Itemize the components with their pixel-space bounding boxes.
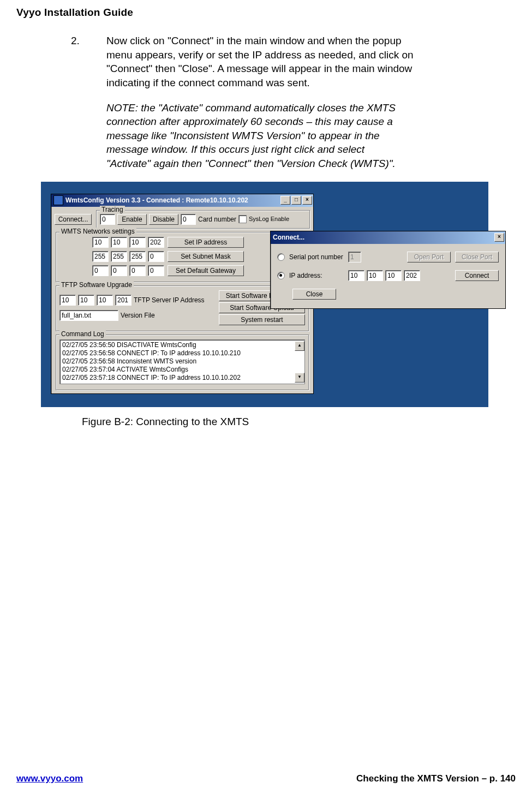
connect-titlebar[interactable]: Connect... × — [271, 231, 505, 244]
tracing-field-2[interactable] — [181, 214, 196, 225]
gw-octet-4[interactable] — [148, 265, 164, 276]
dlg-ip-2[interactable] — [367, 270, 383, 281]
card-number-label: Card number — [198, 216, 236, 223]
close-icon[interactable]: × — [302, 196, 312, 205]
figure-b2: WmtsConfig Version 3.3 - Connected : Rem… — [41, 182, 516, 428]
mask-octet-2[interactable] — [111, 251, 127, 262]
set-gateway-button[interactable]: Set Default Gateway — [168, 265, 244, 276]
serial-port-field — [348, 252, 361, 262]
connect-button[interactable]: Connect... — [55, 214, 92, 225]
set-subnet-button[interactable]: Set Subnet Mask — [168, 251, 244, 262]
close-icon[interactable]: × — [494, 233, 504, 242]
disable-button[interactable]: Disable — [149, 214, 178, 225]
ip-octet-1[interactable] — [92, 237, 109, 248]
minimize-icon[interactable]: _ — [280, 196, 290, 205]
mask-octet-3[interactable] — [129, 251, 146, 262]
gw-octet-3[interactable] — [129, 265, 146, 276]
log-line: 02/27/05 23:56:50 DISACTIVATE WmtsConfig — [62, 341, 302, 349]
maximize-icon[interactable]: □ — [291, 196, 301, 205]
log-line: 02/27/05 23:56:58 Inconsistent WMTS vers… — [62, 357, 302, 366]
footer-url[interactable]: www.vyyo.com — [16, 773, 83, 784]
ip-octet-2[interactable] — [111, 237, 127, 248]
figure-caption: Figure B-2: Connecting to the XMTS — [82, 416, 516, 428]
dlg-ip-4[interactable] — [404, 270, 420, 281]
document-title: Vyyo Installation Guide — [16, 7, 516, 19]
window-title: WmtsConfig Version 3.3 - Connected : Rem… — [65, 196, 280, 204]
step-number: 2. — [71, 34, 106, 90]
networks-group-label: WMTS Networks settings — [59, 228, 136, 235]
serial-radio[interactable] — [277, 253, 285, 261]
step-text: Now click on "Connect" in the main windo… — [106, 34, 420, 90]
note-text: NOTE: the "Activate" command automatical… — [106, 101, 396, 171]
enable-button[interactable]: Enable — [117, 214, 147, 225]
serial-label: Serial port number — [289, 253, 344, 261]
mask-octet-4[interactable] — [148, 251, 164, 262]
mask-octet-1[interactable] — [92, 251, 109, 262]
desktop-background: WmtsConfig Version 3.3 - Connected : Rem… — [41, 182, 488, 407]
open-port-button: Open Port — [407, 252, 451, 262]
log-line: 02/27/05 23:57:18 CONNECT IP: To IP addr… — [62, 374, 302, 382]
ip-label: IP address: — [289, 272, 344, 279]
tftp-ip-4[interactable] — [115, 295, 131, 306]
log-line: 02/27/05 23:56:58 CONNECT IP: To IP addr… — [62, 349, 302, 357]
command-log-label: Command Log — [59, 330, 106, 338]
tracing-group-label: Tracing — [100, 206, 125, 213]
connect-title: Connect... — [273, 234, 494, 241]
scroll-down-icon[interactable]: ▼ — [295, 373, 304, 383]
gw-octet-1[interactable] — [92, 265, 109, 276]
tftp-group-label: TFTP Software Upgrade — [59, 281, 134, 289]
version-file-field[interactable] — [59, 310, 118, 321]
gw-octet-2[interactable] — [111, 265, 127, 276]
scrollbar[interactable]: ▲ ▼ — [295, 341, 303, 383]
titlebar[interactable]: WmtsConfig Version 3.3 - Connected : Rem… — [51, 194, 313, 207]
connect-dialog-connect-button[interactable]: Connect — [455, 270, 499, 281]
step-2: 2. Now click on "Connect" in the main wi… — [71, 34, 420, 90]
connect-dialog: Connect... × Serial port number Open Por… — [270, 231, 506, 309]
card-number-checkbox[interactable] — [238, 215, 247, 223]
tracing-field-1[interactable] — [100, 214, 115, 225]
version-file-label: Version File — [121, 312, 155, 319]
tftp-ip-3[interactable] — [97, 295, 113, 306]
tftp-server-label: TFTP Server IP Address — [134, 296, 205, 304]
ip-octet-3[interactable] — [129, 237, 146, 248]
close-port-button: Close Port — [455, 252, 499, 262]
command-log[interactable]: 02/27/05 23:56:50 DISACTIVATE WmtsConfig… — [59, 339, 305, 384]
dlg-ip-1[interactable] — [348, 270, 364, 281]
log-line: 02/27/05 23:57:04 ACTIVATE WmtsConfigs — [62, 366, 302, 374]
ip-octet-4[interactable] — [148, 237, 164, 248]
tftp-ip-2[interactable] — [78, 295, 94, 306]
ip-radio[interactable] — [277, 272, 285, 279]
set-ip-button[interactable]: Set IP address — [168, 237, 244, 248]
tftp-ip-1[interactable] — [59, 295, 76, 306]
syslog-label: SysLog Enable — [249, 216, 289, 222]
system-restart-button[interactable]: System restart — [219, 314, 305, 325]
footer-right: Checking the XMTS Version – p. 140 — [356, 773, 516, 784]
close-button[interactable]: Close — [292, 289, 336, 300]
app-icon — [53, 195, 63, 205]
dlg-ip-3[interactable] — [385, 270, 402, 281]
scroll-up-icon[interactable]: ▲ — [295, 341, 304, 351]
